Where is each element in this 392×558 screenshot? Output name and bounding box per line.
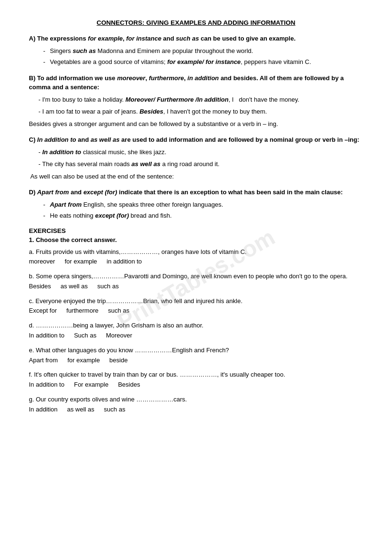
option: Besides [118, 380, 140, 390]
option: as well as [61, 282, 88, 292]
exercise-b-text: b. Some opera singers,……………Pavarotti and… [29, 272, 363, 282]
option: in addition to [106, 257, 142, 267]
exercise-c: c. Everyone enjoyed the trip………………Brian,… [29, 296, 363, 316]
section-d-header: D) Apart from and except (for) indicate … [29, 188, 363, 197]
exercise-a-options: moreover for example in addition to [29, 257, 363, 267]
option: for example [64, 257, 97, 267]
exercise-e: e. What other languages do you know …………… [29, 346, 363, 366]
exercise-f-text: f. It's often quicker to travel by train… [29, 370, 363, 380]
exercise-d: d. ………………being a lawyer, John Grisham is… [29, 321, 363, 341]
exercise-d-text: d. ………………being a lawyer, John Grisham is… [29, 321, 363, 331]
section-d: D) Apart from and except (for) indicate … [29, 188, 363, 221]
section-a-header: A) The expressions for example, for inst… [29, 34, 363, 43]
section-b-note: Besides gives a stronger argument and ca… [29, 119, 363, 129]
section-a-bullets: Singers such as Madonna and Eminem are p… [29, 46, 363, 67]
option: as well as [67, 405, 95, 415]
exercise-instruction: 1. Choose the correct answer. [29, 236, 363, 243]
option: such as [97, 282, 119, 292]
exercise-b-options: Besides as well as such as [29, 282, 363, 292]
section-b-indent2: - I am too fat to wear a pair of jeans. … [29, 107, 363, 116]
option: In addition to [29, 380, 64, 390]
list-item: Vegetables are a good source of vitamins… [43, 57, 363, 67]
option: Apart from [29, 356, 58, 366]
option: In addition [29, 405, 58, 415]
option: for example [67, 356, 100, 366]
exercise-a: a. Fruits provide us with vitamins,……………… [29, 247, 363, 267]
section-b: B) To add information we use moreover, f… [29, 74, 363, 129]
exercise-g-options: In addition as well as such as [29, 405, 363, 415]
exercise-d-options: In addition to Such as Moreover [29, 331, 363, 341]
section-c-header: C) In addition to and as well as are use… [29, 135, 363, 145]
exercise-a-text: a. Fruits provide us with vitamins,……………… [29, 247, 363, 257]
section-b-indent1: - I'm too busy to take a holiday. Moreov… [29, 95, 363, 105]
section-b-header: B) To add information we use moreover, f… [29, 74, 363, 92]
list-item: Apart from English, she speaks three oth… [43, 200, 363, 210]
section-c-note: As well can also be used at the end of t… [29, 172, 363, 181]
page-title: CONNECTORS: GIVING EXAMPLES AND ADDING I… [29, 19, 363, 26]
option: such as [104, 405, 126, 415]
option: such as [108, 306, 129, 316]
option: In addition to [29, 331, 64, 341]
section-c-indent1: - In addition to classical music, she li… [29, 147, 363, 157]
exercise-c-text: c. Everyone enjoyed the trip………………Brian,… [29, 296, 363, 306]
exercise-g-text: g. Our country exports olives and wine …… [29, 395, 363, 405]
exercises-section: EXERCISES 1. Choose the correct answer. … [29, 227, 363, 415]
option: beside [109, 356, 127, 366]
section-c: C) In addition to and as well as are use… [29, 135, 363, 181]
list-item: Singers such as Madonna and Eminem are p… [43, 46, 363, 56]
option: Such as [74, 331, 96, 341]
exercise-e-text: e. What other languages do you know …………… [29, 346, 363, 356]
option: For example [74, 380, 108, 390]
exercises-title: EXERCISES [29, 227, 363, 234]
page-container: CONNECTORS: GIVING EXAMPLES AND ADDING I… [29, 19, 363, 415]
option: Moreover [106, 331, 132, 341]
exercise-f: f. It's often quicker to travel by train… [29, 370, 363, 390]
section-c-indent2: - The city has several main roads as wel… [29, 159, 363, 169]
exercise-f-options: In addition to For example Besides [29, 380, 363, 390]
exercise-g: g. Our country exports olives and wine …… [29, 395, 363, 415]
option: furthermore [66, 306, 98, 316]
list-item: He eats nothing except (for) bread and f… [43, 211, 363, 221]
exercise-c-options: Except for furthermore such as [29, 306, 363, 316]
option: Besides [29, 282, 51, 292]
option: moreover [29, 257, 55, 267]
option: Except for [29, 306, 57, 316]
exercise-e-options: Apart from for example beside [29, 356, 363, 366]
section-a: A) The expressions for example, for inst… [29, 34, 363, 67]
section-d-bullets: Apart from English, she speaks three oth… [29, 200, 363, 221]
exercise-b: b. Some opera singers,……………Pavarotti and… [29, 272, 363, 292]
